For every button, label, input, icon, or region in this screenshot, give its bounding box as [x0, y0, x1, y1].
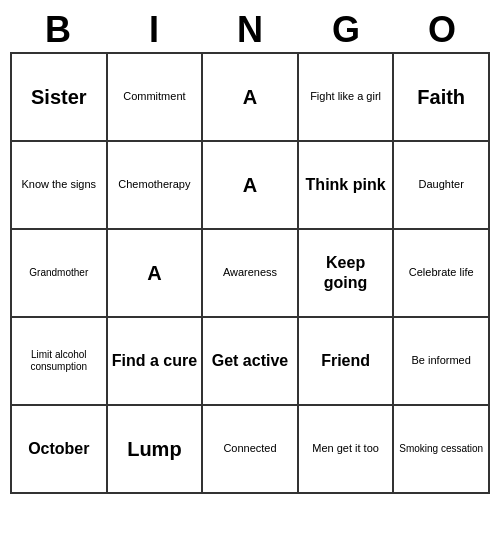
bingo-cell: Men get it too [299, 406, 395, 494]
bingo-cell: Limit alcohol consumption [12, 318, 108, 406]
header-letter: O [394, 8, 490, 52]
cell-label: Chemotherapy [118, 178, 190, 192]
cell-label: Daughter [419, 178, 464, 192]
bingo-cell: Be informed [394, 318, 490, 406]
cell-label: A [243, 173, 257, 198]
bingo-cell: Chemotherapy [108, 142, 204, 230]
cell-label: Friend [321, 351, 370, 371]
cell-label: Men get it too [312, 442, 379, 456]
bingo-cell: Awareness [203, 230, 299, 318]
bingo-cell: Fight like a girl [299, 54, 395, 142]
cell-label: Keep going [303, 253, 389, 293]
cell-label: Sister [31, 85, 87, 110]
cell-label: Limit alcohol consumption [16, 349, 102, 374]
cell-label: Lump [127, 437, 181, 462]
cell-label: Know the signs [21, 178, 96, 192]
header-letter: B [10, 8, 106, 52]
bingo-cell: A [203, 54, 299, 142]
header-letter: N [202, 8, 298, 52]
bingo-cell: October [12, 406, 108, 494]
cell-label: Fight like a girl [310, 90, 381, 104]
cell-label: Be informed [412, 354, 471, 368]
bingo-cell: A [203, 142, 299, 230]
bingo-cell: Celebrate life [394, 230, 490, 318]
cell-label: Grandmother [29, 267, 88, 280]
cell-label: Awareness [223, 266, 277, 280]
cell-label: Get active [212, 351, 288, 371]
cell-label: Celebrate life [409, 266, 474, 280]
cell-label: Think pink [306, 175, 386, 195]
cell-label: Commitment [123, 90, 185, 104]
bingo-cell: Find a cure [108, 318, 204, 406]
cell-label: Connected [223, 442, 276, 456]
bingo-cell: A [108, 230, 204, 318]
bingo-header: BINGO [10, 8, 490, 52]
bingo-cell: Commitment [108, 54, 204, 142]
bingo-cell: Sister [12, 54, 108, 142]
header-letter: I [106, 8, 202, 52]
bingo-cell: Faith [394, 54, 490, 142]
bingo-cell: Think pink [299, 142, 395, 230]
bingo-cell: Get active [203, 318, 299, 406]
bingo-cell: Grandmother [12, 230, 108, 318]
cell-label: Smoking cessation [399, 443, 483, 456]
bingo-cell: Keep going [299, 230, 395, 318]
cell-label: Find a cure [112, 351, 197, 371]
cell-label: October [28, 439, 89, 459]
bingo-cell: Connected [203, 406, 299, 494]
bingo-grid: SisterCommitmentAFight like a girlFaithK… [10, 52, 490, 494]
header-letter: G [298, 8, 394, 52]
bingo-cell: Know the signs [12, 142, 108, 230]
cell-label: A [243, 85, 257, 110]
bingo-cell: Lump [108, 406, 204, 494]
bingo-cell: Smoking cessation [394, 406, 490, 494]
bingo-card: BINGO SisterCommitmentAFight like a girl… [10, 8, 490, 494]
cell-label: A [147, 261, 161, 286]
cell-label: Faith [417, 85, 465, 110]
bingo-cell: Friend [299, 318, 395, 406]
bingo-cell: Daughter [394, 142, 490, 230]
